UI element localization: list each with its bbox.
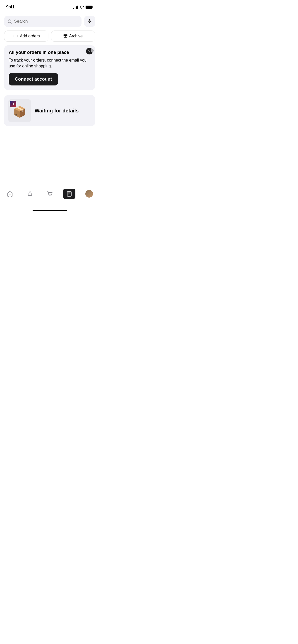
search-row — [4, 16, 95, 27]
delivery-app-icon — [11, 102, 15, 106]
home-indicator-bar — [33, 210, 67, 211]
content-spacer — [0, 156, 99, 186]
nav-profile[interactable] — [82, 189, 96, 199]
wifi-icon — [79, 5, 84, 9]
search-input[interactable] — [14, 19, 78, 24]
search-icon — [8, 19, 12, 24]
nav-home[interactable] — [3, 189, 17, 198]
status-icons — [73, 5, 93, 9]
search-container[interactable] — [4, 16, 82, 27]
avatar — [85, 190, 93, 198]
nav-orders[interactable] — [63, 189, 75, 199]
svg-rect-2 — [64, 35, 67, 36]
bottom-nav — [0, 186, 99, 206]
add-orders-button[interactable]: + + Add orders — [4, 31, 48, 42]
package-status-label: Waiting for details — [35, 108, 79, 114]
sparkle-button[interactable] — [84, 16, 95, 27]
signal-icon — [73, 5, 78, 9]
promo-description: To track your orders, connect the email … — [9, 57, 91, 69]
main-content: + + Add orders Archive All your orders i… — [0, 13, 99, 156]
archive-label: Archive — [69, 34, 83, 38]
svg-point-6 — [50, 195, 51, 196]
add-orders-label: + Add orders — [17, 34, 40, 38]
package-thumbnail: 📦 — [8, 99, 31, 122]
bell-icon — [26, 190, 34, 197]
orders-icon — [66, 190, 73, 197]
svg-point-5 — [49, 195, 49, 196]
home-icon — [6, 190, 13, 197]
sparkle-icon — [87, 19, 92, 24]
package-card[interactable]: 📦 Waiting for details — [4, 95, 95, 126]
close-icon — [88, 50, 91, 52]
promo-banner: All your orders in one place To track yo… — [4, 45, 95, 90]
promo-title: All your orders in one place — [9, 50, 91, 55]
archive-button[interactable]: Archive — [51, 31, 95, 42]
home-indicator — [0, 206, 99, 215]
connect-account-button[interactable]: Connect account — [9, 73, 58, 85]
action-row: + + Add orders Archive — [4, 31, 95, 42]
status-bar: 9:41 — [0, 0, 99, 13]
delivery-app-badge — [10, 101, 16, 107]
add-orders-icon: + — [13, 34, 15, 38]
cart-icon — [46, 190, 53, 197]
svg-line-1 — [11, 22, 12, 23]
status-time: 9:41 — [6, 5, 15, 10]
promo-dismiss-button[interactable] — [86, 48, 93, 54]
archive-icon — [63, 34, 67, 38]
nav-cart[interactable] — [43, 189, 57, 198]
nav-notifications[interactable] — [23, 189, 37, 198]
battery-icon — [86, 6, 93, 9]
